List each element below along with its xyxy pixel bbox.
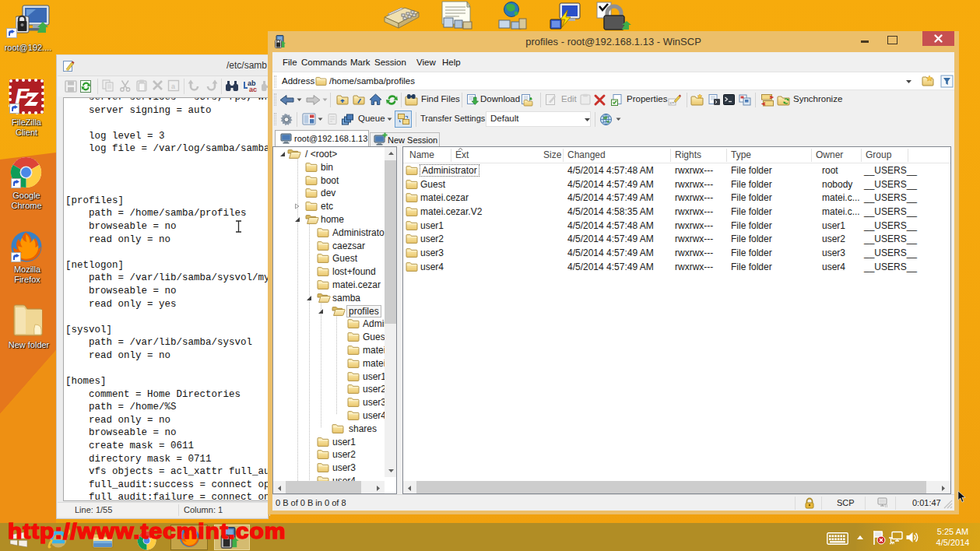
svg-text:a: a: [171, 82, 175, 90]
svg-text:ac: ac: [249, 86, 257, 93]
svg-text:x=: x=: [669, 100, 675, 105]
